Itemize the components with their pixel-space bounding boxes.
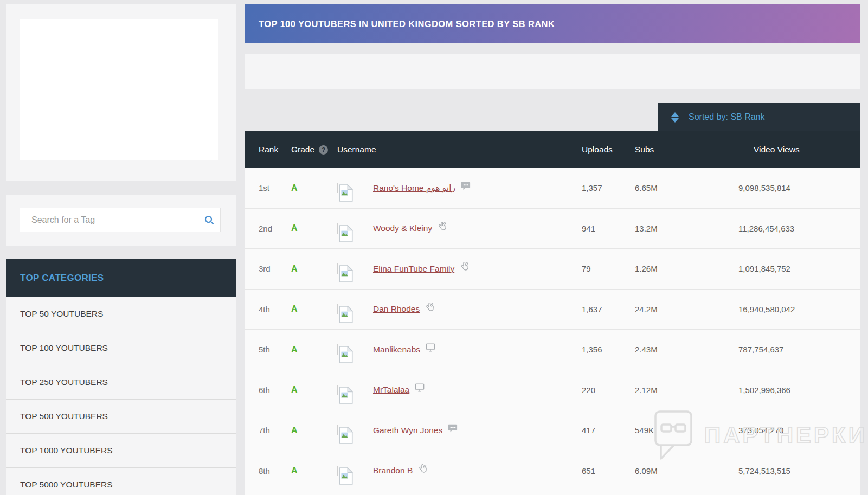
channel-avatar[interactable] [337, 183, 338, 193]
sidebar-category-item-2[interactable]: TOP 250 YOUTUBERS [6, 365, 236, 400]
sidebar-category-item-3[interactable]: TOP 500 YOUTUBERS [6, 400, 236, 434]
views-cell: 373,054,270 [738, 426, 860, 435]
table-body: 1st A Rano's Home رانو هوم 1,357 6.65M 9… [245, 168, 860, 491]
grade-cell: A [291, 345, 337, 355]
channel-link[interactable]: Brandon B [373, 466, 413, 475]
table-row: 5th A Manlikenabs 1,356 2.43M 787,754,63… [245, 330, 860, 370]
header-video-views: Video Views [738, 145, 860, 155]
top-categories-list: TOP 50 YOUTUBERS TOP 100 YOUTUBERS TOP 2… [6, 297, 236, 495]
page-banner: TOP 100 YOUTUBERS IN UNITED KINGDOM SORT… [245, 4, 860, 43]
channel-avatar[interactable] [337, 344, 338, 355]
search-icon[interactable] [198, 215, 220, 226]
rank-cell: 8th [259, 466, 291, 475]
grade-cell: A [291, 223, 337, 233]
rank-cell: 2nd [259, 224, 291, 233]
rank-cell: 1st [259, 183, 291, 192]
grade-help-icon[interactable]: ? [319, 145, 328, 155]
header-username: Username [337, 145, 582, 155]
header-uploads: Uploads [582, 145, 635, 155]
channel-link[interactable]: Manlikenabs [373, 345, 420, 355]
rank-cell: 7th [259, 426, 291, 435]
views-cell: 9,098,535,814 [738, 183, 860, 192]
header-rank: Rank [259, 145, 291, 155]
rank-cell: 3rd [259, 264, 291, 273]
channel-link[interactable]: MrTalalaa [373, 385, 409, 395]
uploads-cell: 941 [582, 224, 635, 233]
sidebar-category-item-1[interactable]: TOP 100 YOUTUBERS [6, 331, 236, 365]
channel-link[interactable]: Elina FunTube Family [373, 264, 454, 274]
main-content: TOP 100 YOUTUBERS IN UNITED KINGDOM SORT… [245, 0, 860, 495]
channel-link[interactable]: Woody & Kleiny [373, 223, 432, 233]
uploads-cell: 1,637 [582, 305, 635, 314]
channel-avatar[interactable] [337, 223, 338, 234]
subs-cell: 549K [635, 426, 738, 435]
youtubers-table: Rank Grade ? Username Uploads Subs Video… [245, 131, 860, 495]
tag-search-input[interactable] [20, 215, 198, 225]
channel-avatar[interactable] [337, 263, 338, 274]
comment-icon [448, 423, 458, 433]
hand-icon [418, 464, 428, 474]
views-cell: 787,754,637 [738, 345, 860, 354]
sorted-by-label: Sorted by: SB Rank [689, 112, 765, 122]
sidebar-category-item-4[interactable]: TOP 1000 YOUTUBERS [6, 434, 236, 468]
uploads-cell: 79 [582, 264, 635, 273]
subs-cell: 13.2M [635, 224, 738, 233]
tag-search-panel [6, 195, 236, 246]
grade-cell: A [291, 183, 337, 193]
uploads-cell: 417 [582, 426, 635, 435]
top-categories-title: TOP CATEGORIES [20, 273, 104, 284]
rank-cell: 5th [259, 345, 291, 354]
uploads-cell: 1,357 [582, 183, 635, 192]
channel-avatar[interactable] [337, 304, 338, 314]
page-title: TOP 100 YOUTUBERS IN UNITED KINGDOM SORT… [259, 19, 555, 29]
monitor-icon [426, 343, 435, 352]
monitor-icon [415, 383, 425, 393]
channel-avatar[interactable] [337, 466, 338, 476]
views-cell: 1,502,996,366 [738, 385, 860, 395]
header-grade: Grade [291, 145, 314, 155]
channel-link[interactable]: Gareth Wyn Jones [373, 426, 442, 435]
grade-cell: A [291, 385, 337, 395]
uploads-cell: 1,356 [582, 345, 635, 354]
hand-icon [425, 302, 435, 312]
views-cell: 1,091,845,752 [738, 264, 860, 273]
channel-link[interactable]: Dan Rhodes [373, 304, 420, 314]
channel-avatar[interactable] [337, 425, 338, 435]
views-cell: 5,724,513,515 [738, 466, 860, 475]
channel-avatar[interactable] [337, 385, 338, 395]
subs-cell: 24.2M [635, 305, 738, 314]
ad-panel [6, 4, 236, 181]
grade-cell: A [291, 466, 337, 475]
header-subs: Subs [635, 145, 738, 155]
table-row: 6th A MrTalalaa 220 2.12M 1,502,996,366 [245, 370, 860, 411]
subs-cell: 2.12M [635, 385, 738, 395]
tag-search-box [20, 208, 221, 232]
views-cell: 11,286,454,633 [738, 224, 860, 233]
table-row: 8th A Brandon B 651 6.09M 5,724,513,515 [245, 451, 860, 492]
empty-panel-strip [245, 54, 860, 89]
hand-icon [438, 221, 448, 232]
top-categories-panel: TOP CATEGORIES TOP 50 YOUTUBERS TOP 100 … [6, 259, 236, 495]
grade-cell: A [291, 426, 337, 435]
sidebar-category-item-0[interactable]: TOP 50 YOUTUBERS [6, 297, 236, 331]
channel-link[interactable]: Rano's Home رانو هوم [373, 183, 455, 193]
sidebar-category-item-5[interactable]: TOP 5000 YOUTUBERS [6, 468, 236, 495]
table-row: 2nd A Woody & Kleiny 941 13.2M 11,286,45… [245, 209, 860, 249]
grade-cell: A [291, 304, 337, 314]
table-row: 1st A Rano's Home رانو هوم 1,357 6.65M 9… [245, 168, 860, 209]
table-header-row: Rank Grade ? Username Uploads Subs Video… [245, 131, 860, 168]
uploads-cell: 220 [582, 385, 635, 395]
table-row: 4th A Dan Rhodes 1,637 24.2M 16,940,580,… [245, 290, 860, 330]
top-categories-header: TOP CATEGORIES [6, 259, 236, 297]
hand-icon [460, 261, 470, 272]
sorted-by-control[interactable]: Sorted by: SB Rank [658, 103, 860, 131]
table-row: 3rd A Elina FunTube Family 79 1.26M 1,09… [245, 249, 860, 290]
subs-cell: 6.09M [635, 466, 738, 475]
subs-cell: 1.26M [635, 264, 738, 273]
grade-cell: A [291, 264, 337, 274]
rank-cell: 6th [259, 385, 291, 395]
uploads-cell: 651 [582, 466, 635, 475]
table-row: 7th A Gareth Wyn Jones 417 549K 373,054,… [245, 410, 860, 451]
sort-arrows-icon [671, 112, 679, 123]
comment-icon [461, 181, 471, 191]
